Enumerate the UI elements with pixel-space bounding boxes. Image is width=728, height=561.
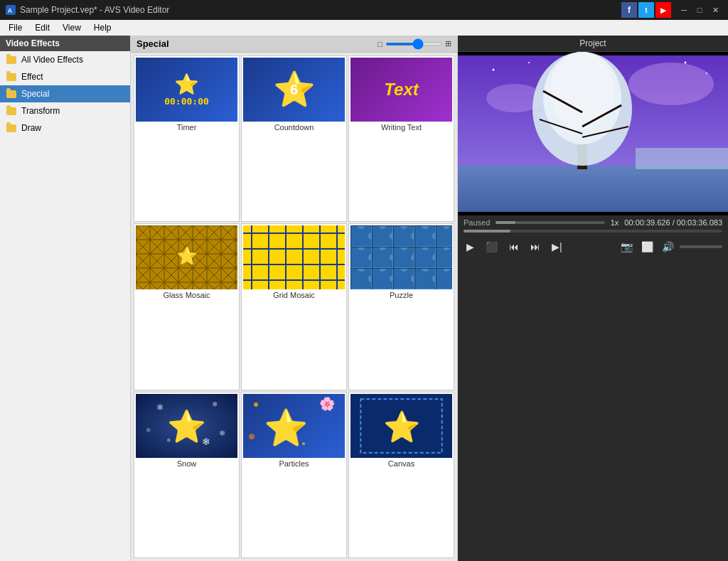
effect-thumb-glass: ⭐ — [136, 225, 237, 289]
effect-thumb-grid — [243, 225, 345, 289]
effect-thumb-timer: ⭐ 00:00:00 — [136, 58, 237, 122]
fullscreen-button[interactable]: ⬜ — [638, 240, 656, 254]
twitter-icon[interactable]: t — [638, 2, 654, 18]
menu-help[interactable]: Help — [88, 21, 117, 34]
sidebar-item-effect[interactable]: Effect — [0, 68, 130, 85]
svg-point-34 — [628, 63, 714, 105]
svg-point-52 — [685, 62, 687, 64]
effect-thumb-writing: Text — [350, 58, 452, 122]
folder-icon — [6, 107, 16, 115]
paused-label: Paused — [464, 218, 490, 227]
effect-thumb-particles: ⭐ 🌸 — [243, 394, 345, 458]
sidebar-item-all-effects[interactable]: All Video Effects — [0, 51, 130, 68]
effect-label-grid: Grid Mosaic — [243, 289, 345, 301]
size-control[interactable]: □ — [378, 40, 382, 48]
sidebar-item-label: Transform — [21, 106, 60, 116]
effect-timer[interactable]: ⭐ 00:00:00 Timer — [134, 55, 240, 222]
playback-controls: ▶ ⬛ ⏮ ⏭ ▶| 📷 ⬜ 🔊 — [464, 237, 722, 257]
svg-rect-18 — [350, 225, 452, 289]
step-forward-button[interactable]: ▶| — [549, 240, 565, 254]
svg-text:❄: ❄ — [146, 427, 151, 434]
effect-glass-mosaic[interactable]: ⭐ Glass Mosaic — [134, 223, 240, 390]
facebook-icon[interactable]: f — [621, 2, 637, 18]
fullscreen-control[interactable]: ⊞ — [445, 39, 451, 48]
effect-label-snow: Snow — [136, 458, 237, 469]
countdown-number: 6 — [290, 82, 298, 98]
app-title: A Sample Project.vep* - AVS Video Editor — [6, 5, 169, 15]
sidebar-item-label: Draw — [21, 123, 41, 133]
folder-icon — [6, 56, 16, 64]
svg-text:❄: ❄ — [219, 428, 225, 437]
preview-title: Project — [579, 38, 606, 48]
size-slider[interactable] — [385, 43, 442, 46]
effect-label-particles: Particles — [243, 458, 345, 469]
effect-snow[interactable]: ⭐ ❄ ❄ ❄ ❄ ❄ ❄ Snow — [134, 392, 240, 558]
prev-button[interactable]: ⏮ — [506, 240, 522, 254]
maximize-button[interactable]: □ — [692, 3, 707, 17]
folder-icon — [6, 73, 16, 81]
effect-label-countdown: Countdown — [243, 122, 345, 133]
playback-status: Paused 1x 00:00:39.626 / 00:03:36.083 — [464, 218, 722, 227]
writing-text-sample: Text — [384, 80, 418, 100]
effect-thumb-snow: ⭐ ❄ ❄ ❄ ❄ ❄ ❄ — [136, 394, 237, 458]
canvas-svg: ⭐ — [350, 394, 452, 458]
timer-time: 00:00:00 — [164, 96, 209, 107]
sidebar-item-label: Effect — [21, 72, 43, 82]
svg-point-30 — [249, 434, 255, 439]
snapshot-button[interactable]: 📷 — [618, 240, 636, 254]
effect-countdown[interactable]: ⭐ 6 Countdown — [241, 55, 347, 222]
youtube-icon[interactable]: ▶ — [655, 2, 671, 18]
glass-mosaic-svg: ⭐ — [136, 225, 237, 289]
seek-fill — [464, 230, 510, 233]
sidebar-item-label: Special — [21, 89, 49, 99]
svg-text:❄: ❄ — [166, 437, 171, 443]
sidebar-item-draw[interactable]: Draw — [0, 119, 130, 137]
sidebar-item-special[interactable]: Special — [0, 85, 130, 102]
svg-text:A: A — [8, 7, 13, 14]
preview-video — [458, 52, 728, 215]
svg-text:⭐: ⭐ — [167, 408, 206, 445]
main-area: Video Effects All Video Effects Effect S… — [0, 36, 728, 561]
titlebar: A Sample Project.vep* - AVS Video Editor… — [0, 0, 728, 20]
preview-header: Project — [458, 36, 728, 52]
volume-bar[interactable] — [680, 245, 722, 248]
snow-svg: ⭐ ❄ ❄ ❄ ❄ ❄ ❄ — [136, 394, 237, 458]
time-display: 00:00:39.626 / 00:03:36.083 — [624, 218, 722, 227]
menu-file[interactable]: File — [3, 21, 28, 34]
panel-title: Video Effects — [0, 36, 130, 51]
next-button[interactable]: ⏭ — [528, 240, 543, 254]
play-button[interactable]: ▶ — [464, 240, 477, 254]
minimize-button[interactable]: ─ — [677, 3, 691, 17]
window-controls: ─ □ ✕ — [677, 3, 722, 17]
volume-button[interactable]: 🔊 — [659, 240, 677, 254]
svg-text:❄: ❄ — [212, 400, 218, 408]
effect-thumb-canvas: ⭐ — [350, 394, 452, 458]
svg-point-51 — [706, 73, 707, 74]
effect-grid-mosaic[interactable]: Grid Mosaic — [241, 223, 347, 390]
svg-point-48 — [493, 69, 495, 71]
playback-bar: Paused 1x 00:00:39.626 / 00:03:36.083 ▶ … — [458, 215, 728, 260]
stop-button[interactable]: ⬛ — [483, 240, 500, 254]
svg-point-43 — [550, 52, 614, 130]
effect-canvas[interactable]: ⭐ Canvas — [348, 392, 454, 558]
menu-view[interactable]: View — [57, 21, 87, 34]
effect-writing-text[interactable]: Text Writing Text — [348, 55, 454, 222]
svg-rect-11 — [243, 225, 345, 289]
close-button[interactable]: ✕ — [708, 3, 722, 17]
effect-puzzle[interactable]: Puzzle — [348, 223, 454, 390]
svg-rect-39 — [636, 148, 728, 169]
svg-text:⭐: ⭐ — [383, 409, 421, 444]
progress-fill — [496, 221, 515, 224]
svg-text:❄: ❄ — [202, 436, 210, 447]
effect-particles[interactable]: ⭐ 🌸 Particles — [241, 392, 347, 558]
sidebar-item-transform[interactable]: Transform — [0, 102, 130, 119]
svg-point-50 — [599, 65, 601, 68]
progress-bar[interactable] — [496, 221, 604, 224]
speed-label: 1x — [611, 218, 619, 227]
seek-bar[interactable] — [464, 230, 722, 233]
folder-icon — [6, 124, 16, 132]
menubar: File Edit View Help — [0, 20, 728, 36]
menu-edit[interactable]: Edit — [29, 21, 55, 34]
control-right: 📷 ⬜ 🔊 — [618, 240, 722, 254]
svg-point-49 — [528, 62, 530, 63]
